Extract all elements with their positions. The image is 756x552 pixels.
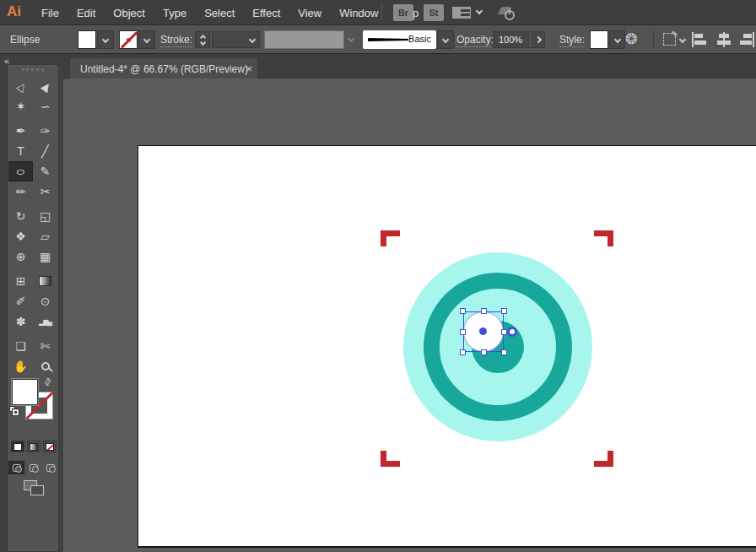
panel-drag-handle[interactable]	[22, 68, 44, 71]
canvas[interactable]	[63, 78, 756, 552]
menu-item-view[interactable]: View	[296, 7, 323, 19]
crop-mark-bottom-right[interactable]	[594, 451, 613, 467]
draw-behind-button[interactable]	[25, 461, 41, 474]
align-left-icon[interactable]	[692, 32, 709, 47]
scissors-tool[interactable]: ✂	[33, 181, 57, 202]
menu-item-window[interactable]: Window	[338, 7, 380, 19]
crop-mark-top-right[interactable]	[594, 230, 613, 246]
draw-inside-button[interactable]	[42, 461, 58, 474]
stroke-color-swatch[interactable]	[119, 30, 138, 49]
workspace-chevron-down-icon[interactable]	[476, 8, 483, 14]
selection-tool[interactable]: ▷	[8, 76, 33, 96]
selection-handle[interactable]	[460, 349, 466, 355]
opacity-chevron-right-icon[interactable]	[535, 36, 542, 43]
stock-button[interactable]: St	[424, 4, 444, 21]
brush-chevron-down-icon[interactable]	[437, 30, 454, 49]
line-segment-tool-icon: ╱	[41, 144, 48, 158]
artboard-tool[interactable]: ❏	[8, 336, 33, 356]
color-button[interactable]	[11, 441, 24, 452]
none-button[interactable]	[43, 441, 57, 452]
gradient-tool[interactable]	[33, 271, 57, 291]
curvature-tool[interactable]: ✑	[33, 121, 57, 141]
selection-handle[interactable]	[501, 308, 507, 314]
selection-handle[interactable]	[501, 329, 507, 335]
align-center-icon[interactable]	[716, 32, 732, 47]
style-chevron-down-icon[interactable]	[609, 30, 625, 49]
variable-width-profile-dropdown[interactable]	[264, 30, 344, 49]
zoom-tool[interactable]	[33, 356, 57, 376]
type-tool-icon: T	[17, 144, 24, 158]
change-screen-mode-icon[interactable]	[24, 480, 44, 495]
workspace-switcher-icon[interactable]	[452, 7, 471, 19]
brush-definition-preview[interactable]: Basic	[363, 30, 436, 49]
stroke-weight-dropdown[interactable]	[212, 31, 260, 48]
mesh-tool[interactable]: ⊞	[8, 271, 33, 291]
document-tab-title: Untitled-4* @ 66.67% (RGB/Preview)	[80, 63, 248, 75]
fill-chevron-down-icon[interactable]	[97, 30, 114, 49]
menu-item-select[interactable]: Select	[202, 7, 236, 19]
shape-builder-tool[interactable]: ⊕	[8, 246, 33, 267]
menu-item-effect[interactable]: Effect	[251, 7, 282, 19]
gradient-button[interactable]	[27, 441, 40, 452]
lasso-tool[interactable]: ∽	[33, 96, 57, 116]
crop-mark-bottom-left[interactable]	[381, 451, 400, 467]
selection-handle[interactable]	[460, 329, 466, 335]
line-segment-tool[interactable]: ╱	[33, 141, 57, 161]
type-tool[interactable]: T	[8, 141, 33, 161]
scale-tool[interactable]: ◱	[33, 206, 57, 226]
recolor-artwork-icon[interactable]: ❂	[625, 32, 637, 46]
selection-handle[interactable]	[481, 308, 487, 314]
blend-tool[interactable]: ⊙	[33, 291, 57, 311]
crop-mark-top-left[interactable]	[381, 230, 400, 246]
document-tab[interactable]: Untitled-4* @ 66.67% (RGB/Preview) ×	[69, 57, 258, 78]
gpu-performance-icon[interactable]	[500, 5, 515, 20]
hand-tool[interactable]: ✋	[8, 356, 33, 376]
tool-grid: ▷▶✶∽✒✑T╱○✎✏✂↻◱❖▱⊕▦⊞✐⊙✽▂▆▄❏✄✋	[8, 76, 58, 376]
tools-panel: ▷▶✶∽✒✑T╱○✎✏✂↻◱❖▱⊕▦⊞✐⊙✽▂▆▄❏✄✋ ⇄	[7, 64, 59, 552]
opacity-label[interactable]: Opacity:	[456, 34, 494, 47]
selection-handle[interactable]	[501, 349, 507, 355]
controlbar-separator	[653, 30, 654, 49]
eyedropper-tool[interactable]: ✐	[8, 291, 33, 311]
tab-close-icon[interactable]: ×	[246, 62, 252, 75]
pen-tool[interactable]: ✒	[8, 121, 33, 141]
opacity-value: 100%	[499, 35, 522, 45]
isolate-object-icon[interactable]: ✎	[663, 33, 676, 46]
fill-color-indicator[interactable]	[11, 378, 39, 406]
width-tool[interactable]: ❖	[8, 226, 33, 246]
rotate-tool[interactable]: ↻	[8, 206, 33, 226]
menu-item-edit[interactable]: Edit	[75, 7, 97, 19]
default-fill-stroke-icon[interactable]	[9, 406, 19, 415]
stroke-weight-label[interactable]: Stroke:	[160, 34, 192, 47]
column-graph-tool[interactable]: ▂▆▄	[33, 311, 57, 332]
free-transform-tool[interactable]: ▱	[33, 226, 57, 246]
selection-handle[interactable]	[460, 308, 466, 314]
live-shape-widget[interactable]	[507, 327, 517, 337]
stroke-weight-stepper[interactable]	[195, 31, 210, 48]
magic-wand-tool[interactable]: ✶	[8, 96, 33, 116]
menu-item-type[interactable]: Type	[161, 7, 188, 19]
isolate-chevron-down-icon[interactable]	[679, 36, 686, 43]
symbol-sprayer-tool[interactable]: ✽	[8, 311, 33, 332]
control-bar: Ellipse Stroke: Basic Opacity: 100% Styl…	[0, 25, 756, 54]
paintbrush-tool[interactable]: ✎	[33, 161, 57, 181]
style-swatch[interactable]	[590, 30, 608, 49]
stroke-chevron-down-icon[interactable]	[138, 30, 155, 49]
fill-color-swatch[interactable]	[78, 30, 96, 49]
slice-tool[interactable]: ✄	[33, 336, 57, 356]
style-label[interactable]: Style:	[559, 34, 585, 47]
opacity-field[interactable]: 100%	[493, 31, 545, 48]
bridge-button[interactable]: Br	[393, 4, 413, 21]
menu-item-object[interactable]: Object	[111, 7, 147, 19]
align-right-icon[interactable]	[737, 32, 754, 47]
selection-center-point[interactable]	[479, 327, 487, 335]
pencil-tool[interactable]: ✏	[8, 181, 33, 202]
swap-fill-stroke-icon[interactable]: ⇄	[41, 376, 55, 389]
selection-handle[interactable]	[481, 349, 487, 355]
draw-normal-button[interactable]	[8, 461, 24, 474]
menu-item-file[interactable]: File	[40, 7, 61, 19]
direct-selection-tool[interactable]: ▶	[33, 76, 57, 96]
perspective-grid-tool[interactable]: ▦	[33, 246, 57, 267]
ellipse-tool[interactable]: ○	[8, 161, 33, 181]
brush-stroke-icon	[368, 38, 408, 41]
